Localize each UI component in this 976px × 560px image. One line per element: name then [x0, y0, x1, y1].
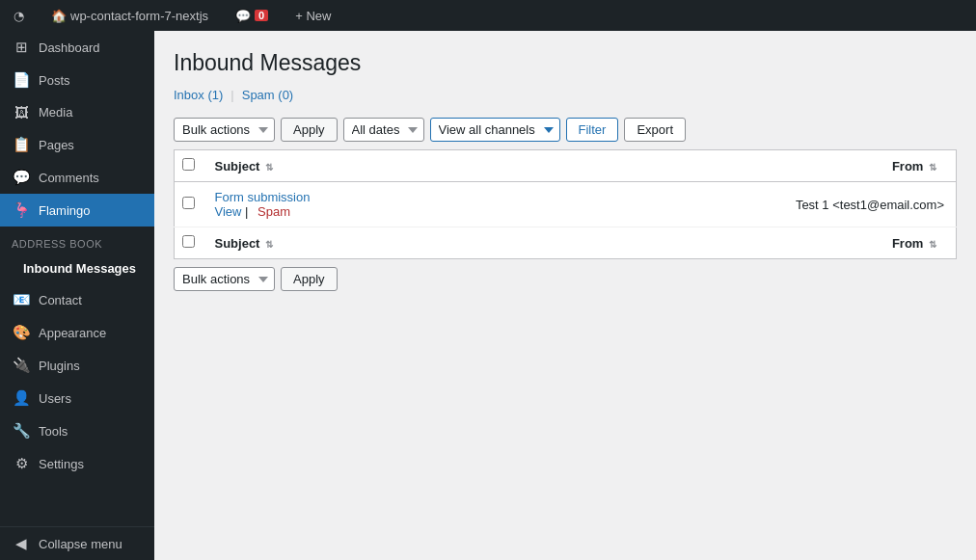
- row-from-cell: Test 1 <test1@email.com>: [510, 182, 957, 227]
- sidebar-item-posts[interactable]: 📄 Posts: [0, 64, 154, 96]
- sidebar-label-inbound-messages: Inbound Messages: [23, 261, 136, 276]
- flamingo-icon: 🦩: [12, 201, 31, 219]
- media-icon: 🖼: [12, 104, 31, 120]
- row-checkbox[interactable]: [182, 197, 195, 209]
- row-checkbox-cell: [175, 182, 203, 227]
- view-all-channels-select[interactable]: View all channels: [430, 118, 560, 142]
- comments-button[interactable]: 💬 0: [230, 0, 274, 31]
- sidebar-label-users: Users: [39, 391, 71, 406]
- contact-icon: 📧: [12, 291, 31, 308]
- sidebar-label-appearance: Appearance: [39, 326, 106, 340]
- col-from-header[interactable]: From ⇅: [510, 150, 957, 182]
- bulk-actions-select-top[interactable]: Bulk actions: [174, 118, 275, 142]
- sidebar-label-contact: Contact: [39, 293, 82, 307]
- users-icon: 👤: [12, 389, 31, 407]
- subject-link[interactable]: Form submission: [215, 190, 311, 204]
- apply-button-bottom[interactable]: Apply: [281, 267, 338, 291]
- col-subject-header[interactable]: Subject ⇅: [203, 150, 510, 182]
- messages-table: Subject ⇅ From ⇅ Form submission: [174, 149, 957, 259]
- footer-from-header[interactable]: From ⇅: [510, 227, 957, 259]
- sidebar-label-media: Media: [39, 105, 72, 120]
- row-action-separator: |: [245, 204, 252, 219]
- footer-subject-header[interactable]: Subject ⇅: [203, 227, 510, 259]
- sidebar-label-settings: Settings: [39, 457, 84, 471]
- site-name-label: wp-contact-form-7-nextjs: [70, 9, 208, 23]
- sidebar-label-collapse: Collapse menu: [39, 537, 122, 551]
- sidebar-label-comments: Comments: [39, 171, 99, 185]
- tab-separator: |: [230, 88, 233, 102]
- page-title: Inbound Messages: [174, 50, 957, 76]
- bulk-actions-select-bottom[interactable]: Bulk actions: [174, 267, 275, 291]
- site-icon: 🏠: [51, 9, 67, 23]
- footer-subject-sort-icon: ⇅: [265, 239, 273, 250]
- footer-check-header: [175, 227, 203, 259]
- sidebar-item-settings[interactable]: ⚙ Settings: [0, 447, 154, 480]
- from-sort-icon: ⇅: [929, 162, 936, 173]
- tab-inbox[interactable]: Inbox (1): [174, 88, 223, 102]
- dashboard-icon: ⊞: [12, 39, 31, 56]
- sidebar: ⊞ Dashboard 📄 Posts 🖼 Media 📋 Pages 💬 Co…: [0, 31, 154, 560]
- sidebar-label-plugins: Plugins: [39, 359, 80, 373]
- sidebar-label-posts: Posts: [39, 73, 70, 88]
- new-label: + New: [295, 9, 331, 23]
- table-row: Form submission View | Spam Test 1 <test…: [175, 182, 957, 227]
- main-layout: ⊞ Dashboard 📄 Posts 🖼 Media 📋 Pages 💬 Co…: [0, 31, 976, 560]
- sidebar-item-contact[interactable]: 📧 Contact: [0, 283, 154, 316]
- select-all-checkbox[interactable]: [182, 158, 195, 171]
- pages-icon: 📋: [12, 136, 31, 153]
- sidebar-item-inbound-messages[interactable]: Inbound Messages: [0, 253, 154, 283]
- table-header-row: Subject ⇅ From ⇅: [175, 150, 957, 182]
- footer-select-all-checkbox[interactable]: [182, 235, 195, 248]
- new-button[interactable]: + New: [289, 0, 337, 31]
- apply-button-top[interactable]: Apply: [281, 118, 338, 142]
- wp-logo-button[interactable]: ◔: [8, 0, 30, 31]
- wp-logo-icon: ◔: [14, 9, 24, 23]
- sidebar-item-media[interactable]: 🖼 Media: [0, 96, 154, 128]
- collapse-menu-button[interactable]: ◀ Collapse menu: [0, 527, 154, 560]
- view-link[interactable]: View: [215, 204, 242, 219]
- sidebar-section-address-book: Address Book: [0, 227, 154, 253]
- sidebar-item-plugins[interactable]: 🔌 Plugins: [0, 349, 154, 382]
- subject-sort-icon: ⇅: [265, 162, 273, 173]
- comments-icon: 💬: [235, 9, 251, 23]
- sidebar-item-pages[interactable]: 📋 Pages: [0, 128, 154, 161]
- filter-button[interactable]: Filter: [566, 118, 619, 142]
- plugins-icon: 🔌: [12, 357, 31, 374]
- collapse-icon: ◀: [12, 535, 31, 552]
- sidebar-label-flamingo: Flamingo: [39, 203, 90, 218]
- sidebar-label-tools: Tools: [39, 424, 68, 439]
- sidebar-item-tools[interactable]: 🔧 Tools: [0, 414, 154, 447]
- sidebar-item-comments[interactable]: 💬 Comments: [0, 161, 154, 194]
- export-button[interactable]: Export: [624, 118, 686, 142]
- row-subject-cell: Form submission View | Spam: [203, 182, 510, 227]
- sidebar-label-dashboard: Dashboard: [39, 40, 100, 55]
- filters-top-row: Bulk actions Apply All dates View all ch…: [174, 118, 957, 142]
- all-dates-select[interactable]: All dates: [343, 118, 424, 142]
- posts-icon: 📄: [12, 71, 31, 89]
- sidebar-item-users[interactable]: 👤 Users: [0, 382, 154, 414]
- tab-spam[interactable]: Spam (0): [242, 88, 293, 102]
- sidebar-item-appearance[interactable]: 🎨 Appearance: [0, 316, 154, 349]
- table-footer-row: Subject ⇅ From ⇅: [175, 227, 957, 259]
- sidebar-item-flamingo[interactable]: 🦩 Flamingo: [0, 194, 154, 227]
- spam-link[interactable]: Spam: [258, 204, 290, 219]
- settings-icon: ⚙: [12, 455, 31, 472]
- tab-bar: Inbox (1) | Spam (0): [174, 88, 957, 102]
- from-value: Test 1 <test1@email.com>: [796, 198, 944, 212]
- comments-sidebar-icon: 💬: [12, 169, 31, 186]
- sidebar-item-dashboard[interactable]: ⊞ Dashboard: [0, 31, 154, 64]
- sidebar-label-pages: Pages: [39, 138, 74, 152]
- footer-from-sort-icon: ⇅: [929, 239, 936, 250]
- site-name-button[interactable]: 🏠 wp-contact-form-7-nextjs: [45, 0, 214, 31]
- content-area: Inbound Messages Inbox (1) | Spam (0) Bu…: [154, 31, 976, 560]
- tools-icon: 🔧: [12, 422, 31, 440]
- admin-bar: ◔ 🏠 wp-contact-form-7-nextjs 💬 0 + New: [0, 0, 976, 31]
- col-check-header: [175, 150, 203, 182]
- collapse-menu-item[interactable]: ◀ Collapse menu: [0, 526, 154, 560]
- appearance-icon: 🎨: [12, 324, 31, 341]
- comments-count: 0: [255, 10, 268, 21]
- filters-bottom-row: Bulk actions Apply: [174, 267, 957, 291]
